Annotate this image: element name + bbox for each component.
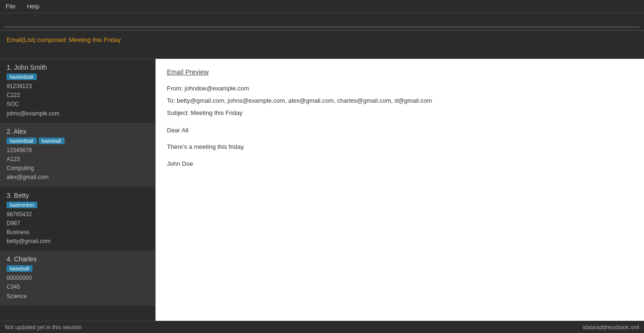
contact-name: 2. Alex [7,128,149,135]
contact-details: 98765432D987Businessbetty@gmail.com [7,210,149,246]
subject-label: Subject: [167,109,191,116]
email-signature: John Doe [167,158,633,169]
tag-baseball: baseball [7,265,33,272]
from-value: johndoe@example.com [185,85,249,92]
command-bar [0,13,644,31]
email-greeting: Dear All [167,125,633,136]
contact-details: 12345678A123Computingalex@gmail.com [7,146,149,182]
tag-baseball: baseball [39,138,65,144]
email-from: From: johndoe@example.com [167,82,633,95]
tag-badminton: badminton [7,202,37,208]
from-label: From: [167,85,185,92]
to-value: betty@gmail.com, johns@example.com, alex… [177,97,432,104]
contact-card-betty[interactable]: 3. Bettybadminton98765432D987Businessbet… [0,187,155,251]
email-body: Dear All There's a meeting this friday. … [167,125,633,169]
tag-basketball: basketball [7,138,37,144]
email-subject: Subject: Meeting this Friday [167,107,633,119]
tag-basketball: basketball [7,73,37,80]
contact-card-alex[interactable]: 2. Alexbasketballbaseball12345678A123Com… [0,123,155,187]
contact-list[interactable]: 1. John Smithbasketball91239123C222SOCjo… [0,59,156,321]
email-preview-title: Email Preview [167,68,633,76]
bottom-bar-right: \data\addressbook.xml [582,324,639,331]
contact-details: 00000000C345Science [7,274,149,301]
tags-row: basketballbaseball [7,138,149,144]
bottom-bar: Not updated yet in this session \data\ad… [0,321,644,333]
email-preview-panel: Email Preview From: johndoe@example.com … [156,59,644,321]
contact-details: 91239123C222SOCjohns@example.com [7,82,149,118]
email-meta: From: johndoe@example.com To: betty@gmai… [167,82,633,119]
contact-name: 4. Charles [7,255,149,263]
main-content: 1. John Smithbasketball91239123C222SOCjo… [0,59,644,321]
contact-name: 1. John Smith [7,64,149,71]
contact-name: 3. Betty [7,192,149,199]
subject-value: Meeting this Friday [191,109,243,116]
menu-help[interactable]: Help [25,2,41,11]
status-title-bar: Email(List) composed: Meeting this Frida… [0,31,644,59]
menu-file[interactable]: File [4,2,17,11]
email-to: To: betty@gmail.com, johns@example.com, … [167,95,633,107]
to-label: To: [167,97,177,104]
tags-row: baseball [7,265,149,272]
email-body-text: There's a meeting this friday. [167,141,633,152]
tags-row: basketball [7,73,149,80]
command-input[interactable] [5,16,639,27]
tags-row: badminton [7,202,149,208]
status-text: Email(List) composed: Meeting this Frida… [7,36,121,43]
bottom-bar-left: Not updated yet in this session [5,324,82,331]
contact-card-charles[interactable]: 4. Charlesbaseball00000000C345Science [0,251,155,306]
contact-card-john smith[interactable]: 1. John Smithbasketball91239123C222SOCjo… [0,59,155,123]
menu-bar: File Help [0,0,644,13]
